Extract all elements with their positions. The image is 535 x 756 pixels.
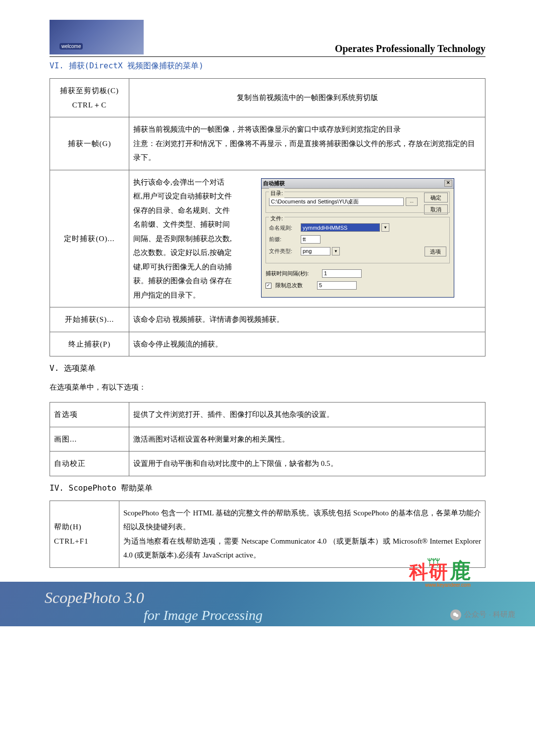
section-4-title: IV. ScopePhoto 帮助菜单 [50,483,485,494]
table-row: 终止捕获(P) 该命令停止视频流的捕获。 [50,332,485,356]
limit-input[interactable]: 5 [317,281,357,290]
section-5-title: V. 选项菜单 [50,363,485,374]
table-row: 捕获一帧(G) 捕获当前视频流中的一帧图像，并将该图像显示的窗口中或存放到浏览指… [50,117,485,170]
limit-checkbox[interactable]: ✓ [266,283,271,289]
filetype-label: 文件类型: [269,246,299,256]
menu-label: 自动校正 [50,452,129,476]
auto-capture-dialog: 自动捕获 ✕ 确定 取消 目录: [261,178,454,298]
menu-desc: 设置用于自动平衡和自动对比度中的上下限值，缺省都为 0.5。 [129,452,485,476]
chevron-down-icon[interactable]: ▼ [332,247,340,255]
menu-label: 首选项 [50,403,129,427]
menu-label: 终止捕获(P) [50,332,129,356]
dialog-titlebar: 自动捕获 ✕ [262,179,454,189]
prefix-label: 前缀: [269,234,299,245]
menu-desc: 复制当前视频流中的一帧图像到系统剪切版 [129,79,485,117]
table-row: 捕获至剪切板(C) CTRL＋C 复制当前视频流中的一帧图像到系统剪切版 [50,79,485,117]
menu-label: 帮助(H) CTRL+F1 [50,501,119,567]
menu-label: 捕获至剪切板(C) CTRL＋C [50,79,129,117]
options-menu-table: 首选项提供了文件浏览打开、插件、图像打印以及其他杂项的设置。 画图...激活画图… [50,402,485,476]
logo-image [50,20,144,54]
table-row: 开始捕获(S)... 该命令启动 视频捕获。详情请参阅视频捕获。 [50,307,485,332]
menu-desc: 激活画图对话框设置各种测量对象的相关属性。 [129,427,485,452]
menu-desc: 执行该命令,会弹出一个对话框,用户可设定自动捕获时文件保存的目录、命名规则、文件… [129,170,485,307]
limit-label: 限制总次数 [275,280,315,291]
watermark-site: www.keyandeer.com [425,582,471,588]
header-bar: Operates Professionally Technology [50,20,485,57]
dir-group-label: 目录: [269,188,284,199]
section-5-intro: 在选项菜单中，有以下选项： [50,381,485,394]
interval-label: 捕获时间间隔(秒): [266,268,320,279]
rule-select[interactable]: yymmddHHMMSS [301,223,380,232]
footer-brand: ScopePhoto 3.0 [45,589,144,607]
header-title: Operates Professionally Technology [335,43,485,54]
close-icon[interactable]: ✕ [444,180,452,187]
dir-input[interactable]: C:\Documents and Settings\YU\桌面 [269,198,404,206]
menu-desc: 该命令启动 视频捕获。详情请参阅视频捕获。 [129,307,485,332]
menu-label: 捕获一帧(G) [50,117,129,170]
table-row: 自动校正设置用于自动平衡和自动对比度中的上下限值，缺省都为 0.5。 [50,452,485,476]
table-row: 画图...激活画图对话框设置各种测量对象的相关属性。 [50,427,485,452]
capture-menu-table: 捕获至剪切板(C) CTRL＋C 复制当前视频流中的一帧图像到系统剪切版 捕获一… [50,78,485,356]
file-group-label: 文件: [269,213,284,224]
options-button[interactable]: 选项 [425,247,446,256]
table-row: 首选项提供了文件浏览打开、插件、图像打印以及其他杂项的设置。 [50,403,485,427]
wechat-icon [450,609,461,620]
dialog-title: 自动捕获 [263,178,285,189]
prefix-input[interactable]: tt [301,235,321,244]
footer-sub: for Image Processing [144,607,263,623]
wechat-text: 公众号 · 科研鹿 [464,610,515,619]
interval-input[interactable]: 1 [322,269,362,278]
browse-button[interactable]: ... [406,198,418,206]
menu-desc: 提供了文件浏览打开、插件、图像打印以及其他杂项的设置。 [129,403,485,427]
menu-desc: 捕获当前视频流中的一帧图像，并将该图像显示的窗口中或存放到浏览指定的目录 注意：… [129,117,485,170]
help-menu-table: 帮助(H) CTRL+F1 ScopePhoto 包含一个 HTML 基础的完整… [50,501,485,568]
menu-desc: 该命令停止视频流的捕获。 [129,332,485,356]
menu-label: 定时捕获(O)... [50,170,129,307]
wechat-caption: 公众号 · 科研鹿 [450,609,515,620]
section-6-title: VI. 捕获(DirectX 视频图像捕获的菜单) [50,61,485,71]
menu-label: 开始捕获(S)... [50,307,129,332]
filetype-select[interactable]: png [301,247,330,255]
table-row: 定时捕获(O)... 执行该命令,会弹出一个对话框,用户可设定自动捕获时文件保存… [50,170,485,307]
chevron-down-icon[interactable]: ▼ [381,223,389,232]
table-row: 帮助(H) CTRL+F1 ScopePhoto 包含一个 HTML 基础的完整… [50,501,485,567]
svg-point-1 [456,614,459,617]
timer-capture-desc: 执行该命令,会弹出一个对话框,用户可设定自动捕获时文件保存的目录、命名规则、文件… [133,175,232,302]
menu-label: 画图... [50,427,129,452]
rule-label: 命名规则: [269,223,299,233]
antler-icon: ᛘᛉᛘ [427,557,439,568]
